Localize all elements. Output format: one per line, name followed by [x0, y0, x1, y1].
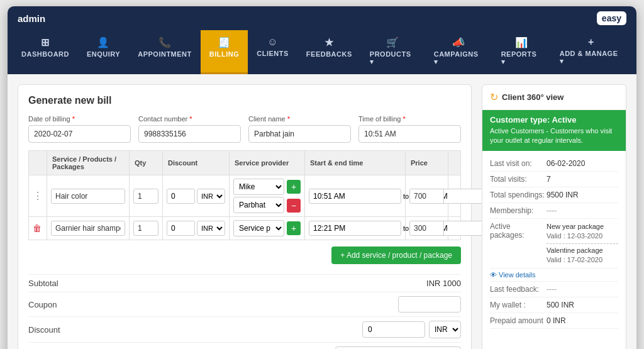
add-provider-button[interactable]: + [287, 221, 301, 235]
th-qty: Qty [130, 151, 163, 175]
discount-group: INR% [362, 321, 461, 338]
contact-input[interactable] [138, 125, 241, 143]
discount-input[interactable] [167, 189, 195, 204]
discount-cell: INR% [163, 175, 230, 217]
start-time-input[interactable] [309, 221, 401, 236]
discount-row: Discount INR% [28, 316, 461, 342]
nav-addmanage[interactable]: + ADD & MANAGE ▾ [551, 30, 631, 74]
provider-select-2[interactable]: Parbhat [233, 197, 284, 213]
nav-billing[interactable]: 🧾 BILLING [201, 30, 248, 74]
reports-icon: 📊 [515, 36, 528, 48]
nav-feedbacks[interactable]: ★ FEEDBACKS [297, 30, 361, 74]
package-item-1: New year package Valid : 12-03-2020 [547, 222, 618, 241]
time-cell: to [305, 217, 406, 240]
detail-val: 9500 INR [547, 191, 618, 199]
billing-icon: 🧾 [218, 36, 231, 48]
detail-key: Prepaid amount [490, 316, 547, 325]
detail-row-prepaid: Prepaid amount 0 INR [490, 313, 618, 329]
detail-key: Total visits: [490, 175, 547, 184]
discount-currency-select[interactable]: INR% [429, 321, 461, 338]
qty-input[interactable] [133, 221, 158, 236]
detail-row-feedback: Last feedback: ---- [490, 282, 618, 297]
provider-cell: Service p + [230, 217, 305, 240]
packages-list: New year package Valid : 12-03-2020 Vale… [547, 222, 618, 265]
coupon-input[interactable] [398, 296, 461, 313]
provider-select-1[interactable]: Mike [233, 179, 284, 195]
summary-section: Subtotal INR 1000 Coupon Discount INR% [28, 274, 461, 349]
taxes-select[interactable]: Select Taxes [335, 346, 461, 349]
discount-value-input[interactable] [362, 321, 425, 338]
billing-panel: Generate new bill Date of billing * Cont… [18, 84, 472, 349]
refresh-icon: ↻ [490, 91, 498, 103]
nav-reports[interactable]: 📊 REPORTS ▾ [492, 30, 551, 74]
contact-label: Contact number * [138, 115, 241, 123]
detail-val: 500 INR [547, 301, 618, 309]
th-drag [29, 151, 47, 175]
client-name-field: Client name * [248, 115, 351, 143]
discount-type-select[interactable]: INR% [197, 189, 225, 204]
detail-row-packages: Active packages: New year package Valid … [490, 219, 618, 269]
products-icon: 🛒 [386, 36, 399, 48]
price-input[interactable] [409, 189, 444, 204]
client-name-input[interactable] [248, 125, 351, 143]
qty-cell [130, 175, 163, 217]
th-actions [448, 151, 461, 175]
detail-val: ---- [547, 206, 618, 215]
time-label: Time of billing * [358, 115, 461, 123]
detail-key: Membership: [490, 206, 547, 215]
add-provider-button[interactable]: + [287, 180, 301, 194]
discount-input[interactable] [167, 221, 195, 236]
table-row: ⋮ INR% [29, 175, 461, 217]
view-details-link[interactable]: 👁 View details [490, 271, 618, 279]
app-name: admin [18, 13, 45, 24]
remove-provider-button[interactable]: − [287, 199, 301, 213]
service-name-input[interactable] [51, 221, 125, 236]
nav-campaigns[interactable]: 📣 CAMPAIGNS ▾ [425, 30, 492, 74]
detail-key: Last feedback: [490, 285, 547, 294]
services-table: Service / Products / Packages Qty Discou… [28, 150, 461, 240]
provider-cell: Mike + Parbhat − [230, 175, 305, 217]
start-time-input[interactable] [309, 189, 401, 204]
provider-select-row2[interactable]: Service p [233, 220, 284, 236]
service-name-input[interactable] [51, 189, 125, 204]
coupon-row: Coupon [28, 292, 461, 316]
eye-icon: 👁 [490, 271, 497, 279]
date-label: Date of billing * [28, 115, 131, 123]
price-input[interactable] [409, 221, 444, 236]
taxes-row: Taxes Select Taxes [28, 342, 461, 349]
nav-appointment[interactable]: 📞 APPOINTMENT [129, 30, 201, 74]
delete-icon[interactable]: 🗑 [33, 223, 42, 233]
coupon-label: Coupon [28, 300, 398, 309]
package-item-2: Valentine package Valid : 17-02-2020 [547, 246, 618, 265]
nav-products[interactable]: 🛒 PRODUCTS ▾ [361, 30, 425, 74]
nav-dashboard[interactable]: ⊞ DASHBOARD [13, 30, 78, 74]
qty-cell [130, 217, 163, 240]
price-cell [406, 217, 448, 240]
discount-label: Discount [28, 325, 362, 335]
drag-handle-cell: ⋮ [29, 175, 47, 217]
qty-input[interactable] [133, 189, 158, 204]
add-service-button[interactable]: + Add service / product / package [331, 247, 461, 264]
time-field: Time of billing * [358, 115, 461, 143]
time-input[interactable] [358, 125, 461, 143]
service-name-cell [47, 175, 130, 217]
drag-handle-icon[interactable]: ⋮ [33, 191, 43, 201]
th-price: Price [406, 151, 448, 175]
feedbacks-icon: ★ [325, 36, 334, 48]
detail-row-lastvisit: Last visit on: 06-02-2020 [490, 156, 618, 172]
table-row: 🗑 INR% [29, 217, 461, 240]
detail-key: Last visit on: [490, 159, 547, 168]
logo: easy [597, 11, 626, 25]
detail-val: 0 INR [547, 316, 618, 325]
nav-clients[interactable]: ☺ CLIENTS [248, 30, 297, 74]
nav-enquiry[interactable]: 👤 ENQUIRY [78, 30, 129, 74]
discount-type-select[interactable]: INR% [197, 221, 225, 236]
client-name-label: Client name * [248, 115, 351, 123]
title-bar: admin easy [8, 6, 636, 30]
date-input[interactable] [28, 125, 131, 143]
detail-row-spendings: Total spendings: 9500 INR [490, 187, 618, 203]
campaigns-icon: 📣 [452, 36, 465, 48]
client-360-header: ↻ Client 360° view [482, 85, 626, 110]
subtotal-row: Subtotal INR 1000 [28, 274, 461, 292]
clients-icon: ☺ [267, 36, 278, 48]
